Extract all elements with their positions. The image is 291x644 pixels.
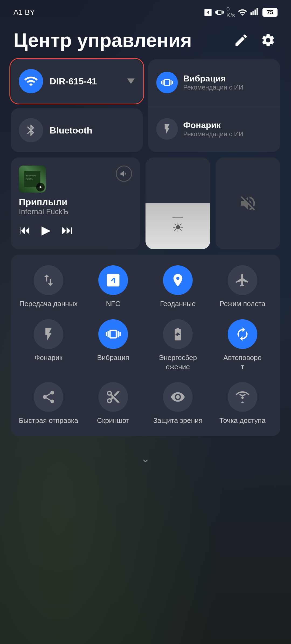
eye-icon <box>170 389 185 405</box>
flashlight2-icon-circle <box>34 319 63 349</box>
page-title: Центр управления <box>13 29 192 51</box>
wifi-icon-circle <box>19 69 43 93</box>
bluetooth-icon <box>24 124 38 137</box>
hotspot-icon <box>235 389 250 405</box>
geo-label: Геоданные <box>160 299 196 309</box>
gear-icon <box>261 33 276 48</box>
airplane-icon <box>235 273 250 288</box>
quick-item-flashlight[interactable]: Фонарик <box>19 319 78 372</box>
vibration-info: Вибрация Рекомендации с ИИ <box>183 74 243 91</box>
hotspot-label: Точка доступа <box>219 416 265 425</box>
scissors-icon <box>106 389 121 405</box>
bluetooth-label: Bluetooth <box>50 125 92 136</box>
quick-item-rotate[interactable]: Автоповорот <box>213 319 272 372</box>
data-label: Передача данных <box>19 299 78 309</box>
tiles-section: DIR-615-41 Bluetooth <box>0 59 291 436</box>
quick-item-nfc[interactable]: NFC <box>84 265 143 309</box>
flashlight-tile[interactable]: Фонарик Рекомендации с ИИ <box>148 106 280 152</box>
wifi-label: DIR-615-41 <box>50 76 97 87</box>
battery-indicator: 75 <box>262 8 278 17</box>
vibration2-icon-circle <box>98 319 128 349</box>
flashlight-info: Фонарик Рекомендации с ИИ <box>183 120 243 138</box>
quick-item-airplane[interactable]: Режим полета <box>213 265 272 309</box>
media-player-tile[interactable]: INFORNAL FUCKЪ <box>11 157 140 249</box>
svg-text:FUCKЪ: FUCKЪ <box>26 178 33 180</box>
screenshot-icon-circle <box>98 382 128 412</box>
svg-text:INFORNAL: INFORNAL <box>26 174 37 177</box>
soundwave-icon <box>116 166 132 182</box>
vibration-icon-circle <box>156 72 178 93</box>
bottom-chevron-icon[interactable]: ⌄ <box>141 452 150 465</box>
share-label: Быстрая отправка <box>19 416 78 425</box>
brightness-dark-area <box>146 157 210 203</box>
brightness-handle <box>172 217 183 218</box>
media-row: INFORNAL FUCKЪ <box>11 157 280 249</box>
media-info: Приплыли Infernal FuckЪ <box>19 197 132 216</box>
edit-button[interactable] <box>232 31 251 50</box>
nfc-icon-circle <box>98 265 128 295</box>
eyecare-label: Защита зрения <box>153 416 202 425</box>
media-artist: Infernal FuckЪ <box>19 207 132 216</box>
prev-button[interactable]: ⏮ <box>19 223 31 237</box>
next-button[interactable]: ⏭ <box>61 223 73 237</box>
quick-item-geo[interactable]: Геоданные <box>148 265 207 309</box>
location-icon <box>170 273 185 288</box>
battery-saver-icon <box>170 327 185 342</box>
rotate-icon-circle <box>228 319 257 349</box>
nfc-label: NFC <box>106 299 120 309</box>
quick-item-screenshot[interactable]: Скриншот <box>84 382 143 425</box>
quick-item-share[interactable]: Быстрая отправка <box>19 382 78 425</box>
bluetooth-icon-circle <box>19 118 43 142</box>
vibrate-status-icon <box>215 8 224 17</box>
quick-item-data[interactable]: Передача данных <box>19 265 78 309</box>
quick-item-vibration[interactable]: Вибрация <box>84 319 143 372</box>
bluetooth-tile[interactable]: Bluetooth <box>11 108 143 152</box>
edit-icon <box>234 33 249 48</box>
play-overlay <box>36 183 45 191</box>
rotate-icon <box>235 327 250 342</box>
flashlight-icon <box>161 123 173 135</box>
geo-icon-circle <box>163 265 193 295</box>
wifi-icon <box>24 74 38 88</box>
quick-item-eyecare[interactable]: Защита зрения <box>148 382 207 425</box>
eyecare-icon-circle <box>163 382 193 412</box>
screenshot-label: Скриншот <box>97 416 129 425</box>
volume-tile[interactable] <box>216 157 280 249</box>
brightness-tile[interactable]: ☀ <box>146 157 210 249</box>
status-icons: 0K/s 75 <box>204 6 278 18</box>
data-transfer-icon <box>41 273 56 288</box>
soundwave-svg <box>119 169 129 178</box>
vibration2-icon <box>106 327 121 342</box>
media-top: INFORNAL FUCKЪ <box>19 166 132 193</box>
brightness-light-area: ☀ <box>146 203 210 249</box>
bottom-indicator: ⌄ <box>0 444 291 473</box>
vibration-sublabel: Рекомендации с ИИ <box>183 84 243 91</box>
signal-icon <box>250 8 260 17</box>
speed-indicator: 0K/s <box>226 6 235 18</box>
play-small-icon <box>38 185 43 190</box>
quick-item-hotspot[interactable]: Точка доступа <box>213 382 272 425</box>
share-icon-circle <box>34 382 63 412</box>
wifi-status-icon <box>238 8 247 17</box>
hotspot-icon-circle <box>228 382 257 412</box>
vibration-tile[interactable]: Вибрация Рекомендации с ИИ <box>148 59 280 106</box>
wifi-tile[interactable]: DIR-615-41 <box>11 59 143 103</box>
brightness-fill: ☀ <box>146 157 210 249</box>
carrier-label: A1 BY <box>13 8 35 17</box>
quick-toggles-grid: Передача данных NFC Геоданные <box>11 255 280 436</box>
airplane-label: Режим полета <box>220 299 265 309</box>
play-pause-button[interactable]: ▶ <box>41 223 51 237</box>
data-icon-circle <box>34 265 63 295</box>
flashlight2-icon <box>41 327 56 342</box>
sun-icon: ☀ <box>172 220 184 235</box>
settings-button[interactable] <box>259 31 278 50</box>
top-tiles-grid: DIR-615-41 Bluetooth <box>11 59 280 152</box>
quick-item-battery[interactable]: Энергосбережение <box>148 319 207 372</box>
vibration-label: Вибрация <box>183 74 243 84</box>
right-tiles-col: Вибрация Рекомендации с ИИ Фонарик Реком… <box>148 59 280 152</box>
nfc-quick-icon <box>106 273 121 288</box>
status-bar: A1 BY 0K/s 75 <box>0 0 291 21</box>
flashlight2-label: Фонарик <box>34 353 62 362</box>
wifi-caret <box>127 78 135 84</box>
flashlight-icon-circle <box>156 118 178 140</box>
